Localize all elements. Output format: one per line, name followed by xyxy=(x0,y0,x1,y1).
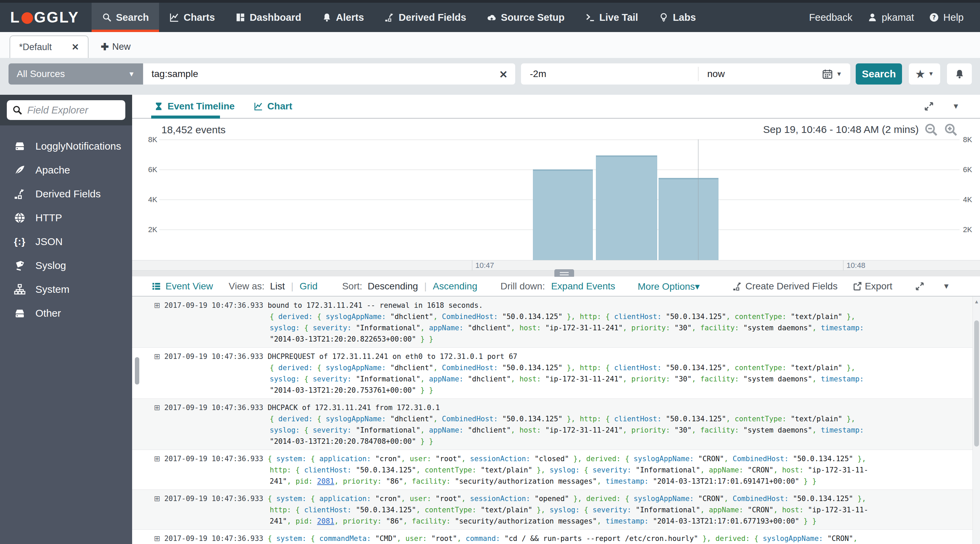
timeline-bar[interactable] xyxy=(533,169,593,260)
y-axis-tick-label: 6K xyxy=(963,165,980,174)
timeline-scroll-strip[interactable] xyxy=(132,270,980,276)
json-token: } xyxy=(532,506,541,514)
sort-ascending[interactable]: Ascending xyxy=(433,281,477,292)
loggly-logo[interactable]: LGGLY xyxy=(0,3,92,32)
nav-feedback[interactable]: Feedback xyxy=(802,12,860,23)
sidebar-item-syslog[interactable]: Syslog xyxy=(0,254,132,278)
expand-event-icon[interactable]: ⊞ xyxy=(154,352,160,361)
nav-source-setup[interactable]: Source Setup xyxy=(476,3,575,32)
nav-search[interactable]: Search xyxy=(92,3,159,32)
saved-searches-button[interactable]: ★ ▼ xyxy=(909,64,940,85)
nav-derived-fields[interactable]: Derived Fields xyxy=(374,3,476,32)
time-to-input[interactable]: now xyxy=(698,69,822,80)
scroll-up-icon[interactable]: ▲ xyxy=(973,298,980,305)
calendar-picker-button[interactable]: ▼ xyxy=(822,68,850,80)
alerts-bell-button[interactable] xyxy=(947,64,972,85)
json-token: "CRON" xyxy=(698,495,724,503)
event-row[interactable]: ⊞2017-09-19 10:47:36.933 bound to 172.31… xyxy=(132,297,972,348)
json-token: "ip-172-31-11-241" xyxy=(545,324,623,332)
sidebar-item-json[interactable]: {:} JSON xyxy=(0,230,132,254)
sidebar-item-http[interactable]: HTTP xyxy=(0,206,132,230)
scrollbar-thumb[interactable] xyxy=(974,321,979,447)
expand-event-icon[interactable]: ⊞ xyxy=(154,301,160,309)
tab-close-icon[interactable]: ✕ xyxy=(72,42,79,53)
nav-live-tail[interactable]: Live Tail xyxy=(575,3,648,32)
x-axis-tick-label: 10:48 xyxy=(843,260,865,271)
event-row[interactable]: ⊞2017-09-19 10:47:36.933 DHCPACK of 172.… xyxy=(132,399,972,450)
sidebar-item-system[interactable]: System xyxy=(0,278,132,302)
expand-panel-icon[interactable] xyxy=(915,281,925,292)
event-json-line: "2014-03-13T21:20:20.753761+00:00" } } xyxy=(132,385,967,396)
query-input[interactable]: tag:sample ✕ xyxy=(143,64,515,85)
tab-event-timeline[interactable]: Event Timeline xyxy=(154,101,235,112)
nav-labs[interactable]: Labs xyxy=(648,3,706,32)
query-value: tag:sample xyxy=(151,69,198,80)
event-timestamp: 2017-09-19 10:47:36.933 xyxy=(164,455,267,463)
expand-events-link[interactable]: Expand Events xyxy=(551,281,615,292)
nav-dashboard[interactable]: Dashboard xyxy=(225,3,311,32)
timeline-bar[interactable] xyxy=(596,155,657,260)
create-derived-fields-button[interactable]: Create Derived Fields xyxy=(732,281,838,292)
event-row[interactable]: ⊞2017-09-19 10:47:36.933 DHCPREQUEST of … xyxy=(132,348,972,399)
json-token: appName: xyxy=(709,466,748,474)
all-sources-dropdown[interactable]: All Sources ▼ xyxy=(8,64,143,85)
event-json-line: 241", pid: 2081, priority: "86", facilit… xyxy=(132,476,967,487)
collapse-panel-icon[interactable]: ▼ xyxy=(943,282,950,291)
event-timeline-chart[interactable] xyxy=(159,135,959,260)
json-token: "50.0.134.125" xyxy=(502,313,563,321)
sidebar-item-derived-fields[interactable]: Derived Fields xyxy=(0,182,132,206)
search-button[interactable]: Search xyxy=(856,64,902,85)
loggly-search-page: LGGLY Search Charts Dashboard Alerts Der… xyxy=(0,0,980,544)
tab-new[interactable]: ✚ New xyxy=(101,35,130,58)
time-from-input[interactable]: -2m xyxy=(521,69,698,80)
sidebar-item-other[interactable]: Other xyxy=(0,302,132,325)
pid-link[interactable]: 2081 xyxy=(317,517,334,525)
expand-event-icon[interactable]: ⊞ xyxy=(154,534,160,542)
json-token: , xyxy=(724,495,732,503)
json-token: } xyxy=(569,495,578,503)
event-json-line: syslog: { severity: "Informational", app… xyxy=(132,373,967,385)
export-button[interactable]: Export xyxy=(852,281,892,292)
sort-descending[interactable]: Descending xyxy=(368,281,418,292)
nav-help[interactable]: ? Help xyxy=(921,12,971,23)
event-row[interactable]: ⊞2017-09-19 10:47:36.933 { system: { app… xyxy=(132,490,972,530)
json-token: system: xyxy=(276,534,310,542)
collapse-panel-icon[interactable]: ▼ xyxy=(952,102,959,111)
bell-icon xyxy=(954,69,965,80)
json-token: , xyxy=(862,495,866,503)
event-view-button[interactable]: Event View xyxy=(151,281,213,292)
expand-event-icon[interactable]: ⊞ xyxy=(154,403,160,412)
nav-charts[interactable]: Charts xyxy=(159,3,225,32)
tab-default[interactable]: *Default ✕ xyxy=(10,35,89,58)
sidebar-item-logglynotifications[interactable]: LogglyNotifications xyxy=(0,134,132,158)
timeline-bar[interactable] xyxy=(659,178,719,260)
json-token: "2014-03-13T21:20:20.784708+00:00" xyxy=(270,437,416,445)
sidebar-item-apache[interactable]: Apache xyxy=(0,158,132,182)
view-as-list[interactable]: List xyxy=(270,281,285,292)
event-row[interactable]: ⊞2017-09-19 10:47:36.933 { system: { app… xyxy=(132,450,972,490)
clear-query-icon[interactable]: ✕ xyxy=(499,69,508,80)
pid-link[interactable]: 2081 xyxy=(317,477,334,485)
event-timestamp: 2017-09-19 10:47:36.933 xyxy=(164,534,267,542)
json-token: "Informational" xyxy=(356,324,420,332)
nav-alerts[interactable]: Alerts xyxy=(312,3,374,32)
field-explorer-search-input[interactable]: Field Explorer xyxy=(7,100,125,120)
tab-chart[interactable]: Chart xyxy=(254,101,292,112)
json-token: , xyxy=(726,313,735,321)
expand-event-icon[interactable]: ⊞ xyxy=(154,455,160,463)
nav-user-menu[interactable]: pkamat xyxy=(860,12,921,23)
json-token: http: xyxy=(579,415,605,423)
json-token: derived: xyxy=(278,364,317,372)
json-token: severity: xyxy=(313,426,355,434)
event-list-scrollbar[interactable]: ▲ xyxy=(972,297,980,544)
json-token: , xyxy=(334,477,343,485)
view-as-grid[interactable]: Grid xyxy=(300,281,318,292)
drill-down-label: Drill down: xyxy=(501,281,545,292)
labs-icon xyxy=(659,12,669,22)
expand-panel-icon[interactable] xyxy=(923,101,934,112)
chevron-down-icon: ▾ xyxy=(695,281,700,292)
more-options-dropdown[interactable]: More Options▾ xyxy=(638,281,700,292)
expand-event-icon[interactable]: ⊞ xyxy=(154,494,160,503)
column-resize-handle[interactable] xyxy=(135,357,139,384)
event-row[interactable]: ⊞2017-09-19 10:47:36.933 { system: { com… xyxy=(132,530,972,544)
